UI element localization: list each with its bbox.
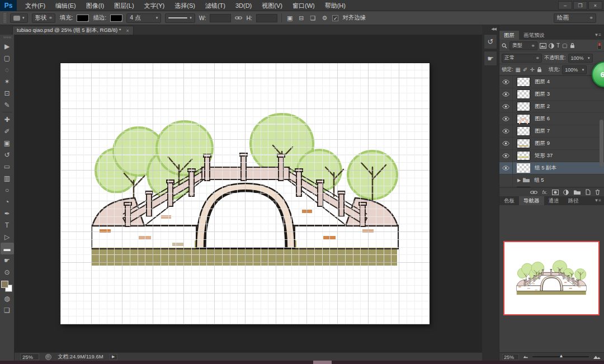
blur-tool[interactable]: ○ bbox=[1, 184, 14, 196]
brush-tool[interactable]: ✐ bbox=[1, 125, 14, 137]
lock-transparency-icon[interactable]: ▦ bbox=[516, 67, 521, 73]
triangle-right-icon[interactable]: ▶ bbox=[517, 178, 521, 183]
visibility-eye-icon[interactable] bbox=[499, 138, 513, 149]
fill-color-swatch[interactable] bbox=[77, 15, 89, 22]
visibility-eye-icon[interactable] bbox=[499, 113, 513, 125]
lasso-tool[interactable]: ◌ bbox=[1, 64, 14, 75]
tab-swatches[interactable]: 色板 bbox=[499, 196, 519, 205]
crop-tool[interactable]: ⊡ bbox=[1, 87, 14, 99]
tab-paths[interactable]: 路径 bbox=[564, 196, 583, 205]
add-mask-icon[interactable] bbox=[552, 190, 559, 195]
lock-pixels-icon[interactable]: ✐ bbox=[523, 67, 527, 73]
zoom-out-mountain-icon[interactable] bbox=[523, 355, 528, 358]
path-alignment-icon[interactable]: ⊟ bbox=[298, 15, 305, 22]
panel-menu-icon[interactable]: ▼≡ bbox=[594, 31, 604, 40]
layer-thumbnail[interactable] bbox=[517, 126, 530, 136]
path-arrangement-icon[interactable]: ❏ bbox=[309, 15, 317, 22]
hand-tool[interactable]: ☛ bbox=[1, 254, 14, 266]
layer-row-partial[interactable] bbox=[499, 187, 604, 187]
layer-thumbnail[interactable] bbox=[517, 114, 530, 124]
menu-edit[interactable]: 编辑(E) bbox=[50, 0, 81, 11]
tab-channels[interactable]: 通道 bbox=[544, 196, 564, 205]
status-menu-arrow-icon[interactable]: ▶ bbox=[110, 354, 117, 360]
menu-image[interactable]: 图像(I) bbox=[81, 0, 109, 11]
restore-button[interactable]: ❐ bbox=[573, 1, 587, 10]
slider-thumb[interactable]: ▲ bbox=[559, 353, 563, 358]
dodge-tool[interactable]: ◔ bbox=[1, 196, 14, 207]
layer-thumbnail[interactable] bbox=[517, 77, 530, 87]
navigator-zoom-slider[interactable]: ▲ bbox=[532, 356, 589, 357]
rectangle-tool[interactable]: ▬ bbox=[1, 243, 14, 254]
stroke-type-select[interactable]: ▾ bbox=[165, 13, 195, 23]
spot-healing-brush-tool[interactable]: ✚ bbox=[1, 114, 14, 125]
layer-row[interactable]: 图层 7 bbox=[499, 125, 604, 138]
new-group-icon[interactable] bbox=[573, 190, 581, 195]
eraser-tool[interactable]: ▭ bbox=[1, 160, 14, 172]
layer-row[interactable]: 图层 3 bbox=[499, 88, 604, 101]
delete-layer-icon[interactable] bbox=[595, 189, 600, 195]
filter-adjustment-layers-icon[interactable] bbox=[549, 43, 554, 49]
new-layer-icon[interactable] bbox=[586, 189, 591, 195]
layer-row[interactable]: 图层 4 bbox=[499, 76, 604, 88]
layer-group-row[interactable]: ▶ 组 5 bbox=[499, 174, 604, 187]
quick-selection-tool[interactable]: ✶ bbox=[1, 75, 14, 87]
lock-all-icon[interactable] bbox=[537, 67, 542, 73]
filter-pixel-layers-icon[interactable] bbox=[540, 43, 546, 49]
visibility-eye-icon[interactable] bbox=[499, 150, 513, 162]
filter-smart-objects-icon[interactable] bbox=[570, 42, 575, 49]
stroke-color-swatch[interactable] bbox=[110, 15, 122, 22]
menu-layer[interactable]: 图层(L) bbox=[109, 0, 139, 11]
path-operations-icon[interactable]: ▣ bbox=[286, 15, 294, 22]
move-tool[interactable]: ▶ bbox=[1, 40, 14, 52]
layer-thumbnail[interactable] bbox=[517, 151, 530, 160]
adjustment-layer-icon[interactable] bbox=[563, 190, 569, 195]
menu-3d[interactable]: 3D(D) bbox=[230, 0, 257, 11]
foreground-color-swatch[interactable] bbox=[1, 281, 8, 288]
tab-close-icon[interactable]: × bbox=[126, 28, 129, 34]
type-tool[interactable]: T bbox=[1, 219, 14, 231]
clone-stamp-tool[interactable]: ▣ bbox=[1, 137, 14, 149]
lock-position-icon[interactable]: ✛ bbox=[530, 67, 534, 73]
tool-presets-panel-icon[interactable]: ☛ bbox=[484, 51, 497, 66]
menu-view[interactable]: 视图(V) bbox=[257, 0, 287, 11]
layer-thumbnail[interactable] bbox=[517, 139, 530, 148]
zoom-level-field[interactable]: 25% bbox=[20, 353, 39, 360]
menu-window[interactable]: 窗口(W) bbox=[287, 0, 320, 11]
gradient-tool[interactable]: ▥ bbox=[1, 172, 14, 184]
layer-thumbnail[interactable] bbox=[517, 102, 530, 111]
width-input[interactable] bbox=[210, 14, 231, 22]
eyedropper-tool[interactable]: ✎ bbox=[1, 99, 14, 111]
link-layers-icon[interactable] bbox=[530, 190, 537, 195]
navigator-zoom-field[interactable]: 25% bbox=[502, 354, 519, 360]
visibility-eye-icon[interactable] bbox=[499, 101, 513, 112]
filter-type-select[interactable]: 类型 ≑ bbox=[509, 41, 537, 50]
visibility-eye-icon[interactable] bbox=[499, 76, 513, 88]
layer-row-selected[interactable]: 组 5 副本 bbox=[499, 162, 604, 174]
document-canvas[interactable] bbox=[60, 63, 430, 324]
align-edges-checkbox[interactable]: ✓ bbox=[332, 15, 338, 21]
tool-mode-select[interactable]: 形状 ≑ bbox=[32, 13, 56, 23]
navigator-proxy-view[interactable] bbox=[503, 241, 600, 315]
visibility-eye-icon[interactable] bbox=[499, 88, 513, 100]
workspace-select[interactable]: 绘画 ≑ bbox=[554, 13, 596, 23]
path-selection-tool[interactable]: ▷ bbox=[1, 231, 14, 243]
expand-panels-icon[interactable]: ◀◀ bbox=[491, 27, 496, 31]
filter-shape-layers-icon[interactable]: ▢ bbox=[562, 42, 567, 49]
layer-filter-toggle[interactable] bbox=[597, 42, 602, 50]
close-button[interactable]: × bbox=[588, 1, 602, 10]
zoom-tool[interactable]: ⊙ bbox=[1, 266, 14, 278]
height-input[interactable] bbox=[256, 14, 277, 22]
tool-preset-picker[interactable]: ▾ bbox=[10, 13, 28, 23]
tab-layers[interactable]: 图层 bbox=[499, 31, 519, 40]
layer-row[interactable]: 矩形 37 bbox=[499, 150, 604, 162]
visibility-eye-icon[interactable] bbox=[499, 125, 513, 137]
history-brush-tool[interactable]: ↺ bbox=[1, 149, 14, 160]
tab-brush-presets[interactable]: 画笔预设 bbox=[519, 31, 549, 40]
zoom-in-mountain-icon[interactable] bbox=[593, 354, 601, 360]
layer-style-fx-icon[interactable]: fx. bbox=[542, 190, 548, 195]
link-dimensions-icon[interactable] bbox=[235, 16, 242, 20]
blend-mode-select[interactable]: 正常 ≑ bbox=[502, 54, 542, 63]
document-tab[interactable]: tubiao qiao.psd @ 25% (组 5 副本, RGB/8) * … bbox=[12, 26, 134, 35]
layer-row[interactable]: 图层 9 bbox=[499, 138, 604, 150]
menu-help[interactable]: 帮助(H) bbox=[320, 0, 351, 11]
